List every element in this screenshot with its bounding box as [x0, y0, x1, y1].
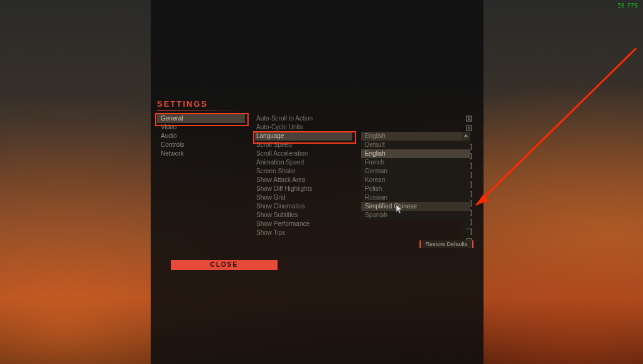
tab-controls[interactable]: Controls	[157, 141, 245, 149]
option-label[interactable]: Show Subtitles	[255, 211, 352, 220]
option-label[interactable]: Show Performance	[255, 220, 352, 228]
language-option[interactable]: Polish	[361, 185, 470, 193]
tab-video[interactable]: Video	[157, 123, 245, 132]
reset-option-icon[interactable]	[465, 124, 473, 132]
language-option[interactable]: Simplified Chinese	[361, 202, 470, 211]
reset-option-icon[interactable]	[465, 227, 473, 236]
title-underline	[157, 110, 245, 111]
option-label[interactable]: Language	[255, 132, 352, 141]
language-dropdown[interactable]: English	[361, 132, 462, 141]
language-option[interactable]: German	[361, 167, 470, 176]
language-option[interactable]: Russian	[361, 193, 470, 202]
reset-option-icon[interactable]	[465, 114, 473, 123]
settings-title: SETTINGS	[157, 99, 208, 109]
option-label[interactable]: Auto-Scroll to Action	[255, 114, 352, 123]
language-option[interactable]: Default	[361, 141, 470, 149]
language-option[interactable]: French	[361, 158, 470, 167]
option-label[interactable]: Show Grid	[255, 193, 352, 202]
language-option[interactable]: English	[361, 149, 470, 158]
settings-tabs: GeneralVideoAudioControlsNetwork	[157, 114, 245, 158]
close-button[interactable]: CLOSE	[171, 260, 278, 270]
option-label[interactable]: Show Cinematics	[255, 202, 352, 211]
fps-counter: 59 FPS	[617, 3, 638, 9]
dropdown-caret-icon[interactable]	[462, 132, 470, 141]
restore-defaults-button[interactable]: Restore Defaults	[419, 240, 473, 248]
language-option[interactable]: Korean	[361, 176, 470, 185]
tab-network[interactable]: Network	[157, 149, 245, 158]
language-option[interactable]: Spanish	[361, 211, 470, 220]
option-label[interactable]: Animation Speed	[255, 158, 352, 167]
option-label[interactable]: Show Diff Highlights	[255, 185, 352, 193]
option-label[interactable]: Scroll Acceleration	[255, 149, 352, 158]
option-label[interactable]: Show Tips	[255, 228, 352, 237]
option-list: Auto-Scroll to ActionAuto-Cycle UnitsLan…	[255, 114, 352, 237]
language-dropdown-list: DefaultEnglishFrenchGermanKoreanPolishRu…	[361, 141, 470, 220]
option-label[interactable]: Auto-Cycle Units	[255, 123, 352, 132]
option-label[interactable]: Scroll Speed	[255, 141, 352, 149]
option-label[interactable]: Screen Shake	[255, 167, 352, 176]
tab-audio[interactable]: Audio	[157, 132, 245, 141]
tab-general[interactable]: General	[157, 114, 245, 123]
option-label[interactable]: Show Attack Area	[255, 176, 352, 185]
